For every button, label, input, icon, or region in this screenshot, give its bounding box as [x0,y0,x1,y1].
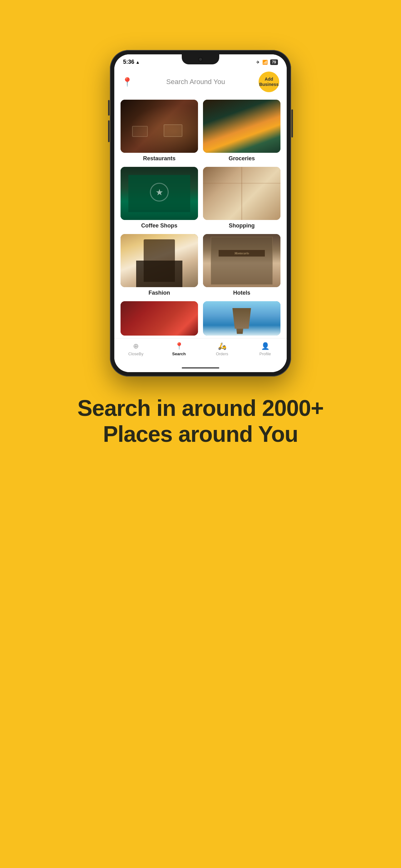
status-icons: ✈ 📶 79 [256,59,278,65]
closeby-icon: ⊕ [133,342,139,350]
category-coffee[interactable]: ★ Coffee Shops [121,167,198,229]
hotels-image: Montecarlo [203,234,280,287]
shopping-image [203,167,280,220]
category-fashion[interactable]: Fashion [121,234,198,296]
header-title: Search Around You [133,78,259,86]
groceries-label: Groceries [229,155,255,162]
home-indicator [182,367,219,368]
search-nav-icon: 📍 [175,342,183,350]
location-arrow-icon: ▲ [136,60,140,65]
nav-profile[interactable]: 👤 Profile [253,342,278,356]
nav-orders[interactable]: 🛵 Orders [209,342,235,356]
add-business-button[interactable]: Add Business [259,71,279,92]
category-groceries[interactable]: Groceries [203,100,280,162]
search-label: Search [172,351,186,356]
orders-icon: 🛵 [218,342,226,350]
shopping-label: Shopping [229,222,255,229]
restaurants-image [121,100,198,153]
profile-label: Profile [260,351,271,356]
status-time: 5:36 ▲ [123,59,140,65]
power-button [291,110,293,137]
volume-down-button [108,120,110,142]
fashion-image [121,234,198,287]
phone-mockup: 5:36 ▲ ✈ 📶 79 📍 Search Around You Add Bu… [110,50,291,376]
airplane-icon: ✈ [256,60,260,65]
coffee-image: ★ [121,167,198,220]
restaurants-label: Restaurants [143,155,175,162]
nav-closeby[interactable]: ⊕ CloseBy [123,342,148,356]
footer-text: Search in around 2000+ Places around You [77,395,324,447]
fashion-label: Fashion [148,290,170,296]
bottom-navigation: ⊕ CloseBy 📍 Search 🛵 Orders 👤 Profile [114,338,287,364]
hotels-label: Hotels [233,290,250,296]
phone-screen: 5:36 ▲ ✈ 📶 79 📍 Search Around You Add Bu… [114,54,287,372]
footer-section: Search in around 2000+ Places around You [53,395,348,447]
profile-icon: 👤 [261,342,269,350]
camera-notch [182,54,219,64]
phone-shell: 5:36 ▲ ✈ 📶 79 📍 Search Around You Add Bu… [110,50,291,376]
partial2-image [203,301,280,336]
category-restaurants[interactable]: Restaurants [121,100,198,162]
category-partial-1[interactable] [121,301,198,336]
category-hotels[interactable]: Montecarlo Hotels [203,234,280,296]
front-camera [198,57,203,62]
nav-search[interactable]: 📍 Search [166,342,192,356]
orders-label: Orders [216,351,228,356]
category-shopping[interactable]: Shopping [203,167,280,229]
partial1-image [121,301,198,336]
battery-indicator: 79 [270,59,278,65]
location-pin-icon: 📍 [122,77,133,87]
volume-up-button [108,100,110,116]
closeby-label: CloseBy [128,351,143,356]
category-partial-2[interactable] [203,301,280,336]
coffee-label: Coffee Shops [141,222,177,229]
groceries-image [203,100,280,153]
wifi-icon: 📶 [262,60,268,65]
app-header: 📍 Search Around You Add Business [114,68,287,97]
categories-grid: Restaurants Groceries ★ [114,97,287,338]
